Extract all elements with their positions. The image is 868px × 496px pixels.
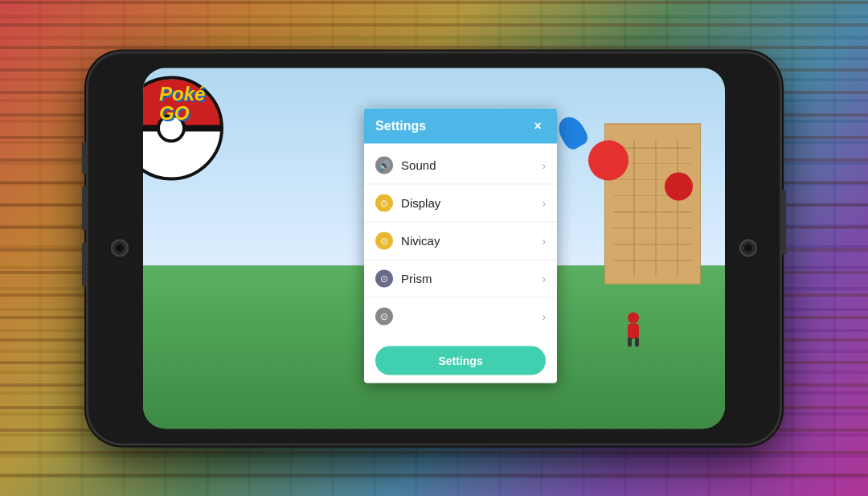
display-icon: ⊙ <box>375 194 393 211</box>
misc-chevron: › <box>542 309 546 322</box>
npc-character-3 <box>623 310 644 349</box>
svg-rect-22 <box>628 337 632 346</box>
display-chevron: › <box>542 196 546 209</box>
red-circle-large <box>588 140 628 180</box>
pokeball-stripe <box>143 125 220 131</box>
settings-title: Settings <box>375 118 426 133</box>
power-button <box>781 190 786 254</box>
sound-chevron: › <box>542 158 546 171</box>
svg-rect-21 <box>628 323 639 338</box>
logo-poke: Poké <box>159 84 205 103</box>
settings-close-button[interactable]: × <box>530 117 546 133</box>
settings-footer: Settings <box>364 338 557 383</box>
settings-list: 🔊 Sound › ⊙ Display › ⊙ Nivicay › <box>364 143 557 338</box>
privacy-chevron: › <box>542 234 546 247</box>
settings-footer-button[interactable]: Settings <box>375 346 546 375</box>
pokemon-go-logo: Poké GO <box>159 84 205 122</box>
settings-header: Settings × <box>364 108 557 143</box>
svg-point-20 <box>628 312 639 323</box>
prism-icon: ⊙ <box>375 269 393 287</box>
settings-item-prism[interactable]: ⊙ Prism › <box>364 260 557 297</box>
silent-button <box>82 242 87 286</box>
settings-item-misc[interactable]: ⊙ › <box>364 297 557 334</box>
rear-camera-icon <box>739 240 757 257</box>
sound-label: Sound <box>401 158 542 172</box>
settings-item-sound[interactable]: 🔊 Sound › <box>364 146 557 184</box>
volume-up-button <box>82 141 87 174</box>
front-camera-icon <box>111 240 129 257</box>
svg-rect-23 <box>635 337 639 346</box>
prism-label: Prism <box>401 272 542 285</box>
volume-down-button <box>82 186 87 230</box>
phone-screen: Poké GO <box>143 68 725 428</box>
misc-icon: ⊙ <box>375 307 393 325</box>
settings-item-display[interactable]: ⊙ Display › <box>364 184 557 222</box>
privacy-label: Nivicay <box>401 234 542 248</box>
phone-frame: Poké GO <box>88 53 780 443</box>
privacy-icon: ⊙ <box>375 232 393 249</box>
prism-chevron: › <box>542 272 546 285</box>
settings-dialog: Settings × 🔊 Sound › ⊙ Display › <box>364 108 557 383</box>
sound-icon: 🔊 <box>375 156 393 174</box>
settings-item-privacy[interactable]: ⊙ Nivicay › <box>364 222 557 260</box>
logo-go: GO <box>159 103 205 122</box>
red-circle-small <box>665 172 693 200</box>
display-label: Display <box>401 196 542 210</box>
